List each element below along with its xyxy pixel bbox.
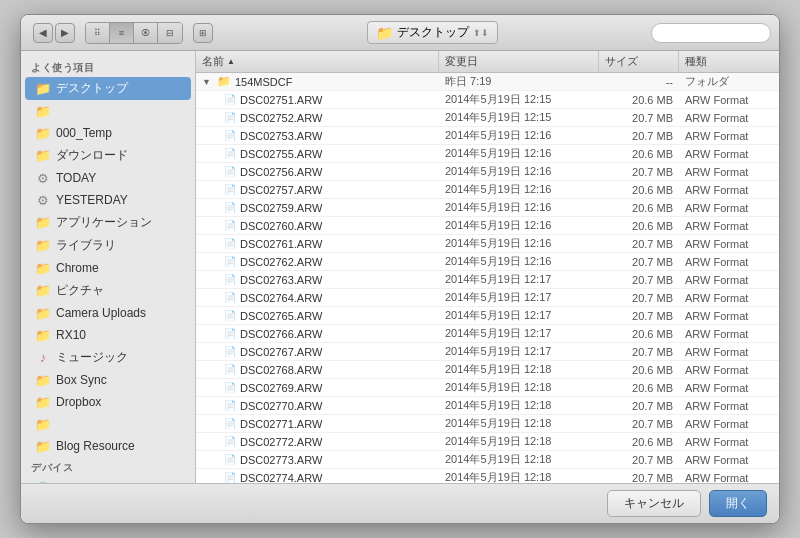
file-cell-size: 20.7 MB	[599, 292, 679, 304]
file-cell-size: 20.7 MB	[599, 346, 679, 358]
sidebar-item-000_temp[interactable]: 📁000_Temp	[25, 122, 191, 144]
forward-button[interactable]: ▶	[55, 23, 75, 43]
col-size[interactable]: サイズ	[599, 51, 679, 72]
sidebar: よく使う項目 📁デスクトップ📁📁000_Temp📁ダウンロード⚙TODAY⚙YE…	[21, 51, 196, 483]
file-cell-kind: ARW Format	[679, 328, 779, 340]
expand-icon: ▼	[202, 77, 211, 87]
back-button[interactable]: ◀	[33, 23, 53, 43]
sidebar-item-blog_resource[interactable]: 📁Blog Resource	[25, 435, 191, 457]
sidebar-item-rx10[interactable]: 📁RX10	[25, 324, 191, 346]
file-cell-size: 20.7 MB	[599, 238, 679, 250]
table-row[interactable]: 📄DSC02759.ARW 2014年5月19日 12:16 20.6 MB A…	[196, 199, 779, 217]
sidebar-item-today[interactable]: ⚙TODAY	[25, 167, 191, 189]
view-icon-button[interactable]: ⠿	[86, 23, 110, 43]
sidebar-item-label: Box Sync	[56, 373, 107, 387]
file-cell-kind: ARW Format	[679, 400, 779, 412]
file-cell-kind: ARW Format	[679, 130, 779, 142]
sidebar-item-chrome[interactable]: 📁Chrome	[25, 257, 191, 279]
location-dropdown[interactable]: 📁 デスクトップ ⬆⬇	[367, 21, 498, 44]
table-row[interactable]: 📄DSC02753.ARW 2014年5月19日 12:16 20.7 MB A…	[196, 127, 779, 145]
sidebar-item-box_sync[interactable]: 📁Box Sync	[25, 369, 191, 391]
table-row[interactable]: 📄DSC02752.ARW 2014年5月19日 12:15 20.7 MB A…	[196, 109, 779, 127]
sidebar-item-music[interactable]: ♪ミュージック	[25, 346, 191, 369]
col-date[interactable]: 変更日	[439, 51, 599, 72]
table-row[interactable]: 📄DSC02773.ARW 2014年5月19日 12:18 20.7 MB A…	[196, 451, 779, 469]
sidebar-item-dropbox[interactable]: 📁Dropbox	[25, 391, 191, 413]
view-column-button[interactable]: ⦿	[134, 23, 158, 43]
sidebar-item-label: YESTERDAY	[56, 193, 128, 207]
view-coverflow-button[interactable]: ⊟	[158, 23, 182, 43]
table-row[interactable]: 📄DSC02768.ARW 2014年5月19日 12:18 20.6 MB A…	[196, 361, 779, 379]
table-row[interactable]: 📄DSC02769.ARW 2014年5月19日 12:18 20.6 MB A…	[196, 379, 779, 397]
file-cell-name: 📄DSC02762.ARW	[196, 256, 439, 268]
table-row[interactable]: 📄DSC02760.ARW 2014年5月19日 12:16 20.6 MB A…	[196, 217, 779, 235]
file-cell-size: 20.7 MB	[599, 112, 679, 124]
sidebar-item-pictures[interactable]: 📁ピクチャ	[25, 279, 191, 302]
table-row[interactable]: 📄DSC02770.ARW 2014年5月19日 12:18 20.7 MB A…	[196, 397, 779, 415]
table-row[interactable]: 📄DSC02755.ARW 2014年5月19日 12:16 20.6 MB A…	[196, 145, 779, 163]
file-list-area: 名前 ▲ 変更日 サイズ 種類 ▼📁154MSDCF 昨日 7:19 -- フォ…	[196, 51, 779, 483]
file-cell-size: 20.7 MB	[599, 166, 679, 178]
gear-icon: ⚙	[35, 170, 51, 186]
file-cell-kind: ARW Format	[679, 436, 779, 448]
sidebar-item-library[interactable]: 📁ライブラリ	[25, 234, 191, 257]
sidebar-item-desktop[interactable]: 📁デスクトップ	[25, 77, 191, 100]
search-wrapper: 🔍	[651, 23, 771, 43]
col-kind[interactable]: 種類	[679, 51, 779, 72]
file-cell-name: 📄DSC02767.ARW	[196, 346, 439, 358]
file-icon: 📄	[224, 130, 236, 141]
file-cell-date: 2014年5月19日 12:17	[439, 272, 599, 287]
dropdown-arrow-icon: ⬆⬇	[473, 28, 489, 38]
title-area: 📁 デスクトップ ⬆⬇	[219, 21, 645, 44]
sidebar-item-label: TODAY	[56, 171, 96, 185]
file-cell-size: 20.6 MB	[599, 364, 679, 376]
file-cell-name: 📄DSC02757.ARW	[196, 184, 439, 196]
table-row[interactable]: 📄DSC02774.ARW 2014年5月19日 12:18 20.7 MB A…	[196, 469, 779, 483]
file-cell-date: 2014年5月19日 12:16	[439, 236, 599, 251]
cancel-button[interactable]: キャンセル	[607, 490, 701, 517]
view-list-button[interactable]: ≡	[110, 23, 134, 43]
file-cell-size: 20.7 MB	[599, 400, 679, 412]
file-name: DSC02755.ARW	[240, 148, 322, 160]
table-row[interactable]: 📄DSC02762.ARW 2014年5月19日 12:16 20.7 MB A…	[196, 253, 779, 271]
table-row[interactable]: 📄DSC02766.ARW 2014年5月19日 12:17 20.6 MB A…	[196, 325, 779, 343]
file-cell-date: 2014年5月19日 12:17	[439, 326, 599, 341]
table-row[interactable]: 📄DSC02756.ARW 2014年5月19日 12:16 20.7 MB A…	[196, 163, 779, 181]
file-icon: 📄	[224, 202, 236, 213]
sidebar-item-yesterday[interactable]: ⚙YESTERDAY	[25, 189, 191, 211]
file-name: DSC02752.ARW	[240, 112, 322, 124]
favorites-header: よく使う項目	[21, 57, 195, 77]
file-name: DSC02756.ARW	[240, 166, 322, 178]
table-row[interactable]: 📄DSC02761.ARW 2014年5月19日 12:16 20.7 MB A…	[196, 235, 779, 253]
folder-icon: 📁	[35, 372, 51, 388]
file-cell-date: 2014年5月19日 12:18	[439, 398, 599, 413]
table-row[interactable]: 📄DSC02771.ARW 2014年5月19日 12:18 20.7 MB A…	[196, 415, 779, 433]
open-button[interactable]: 開く	[709, 490, 767, 517]
file-cell-kind: ARW Format	[679, 112, 779, 124]
sidebar-item-applications[interactable]: 📁アプリケーション	[25, 211, 191, 234]
table-row[interactable]: ▼📁154MSDCF 昨日 7:19 -- フォルダ	[196, 73, 779, 91]
arrange-button[interactable]: ⊞	[193, 23, 213, 43]
table-row[interactable]: 📄DSC02765.ARW 2014年5月19日 12:17 20.7 MB A…	[196, 307, 779, 325]
file-cell-kind: ARW Format	[679, 364, 779, 376]
sidebar-item-unnamed2[interactable]: 📁	[25, 413, 191, 435]
table-row[interactable]: 📄DSC02757.ARW 2014年5月19日 12:16 20.6 MB A…	[196, 181, 779, 199]
table-row[interactable]: 📄DSC02751.ARW 2014年5月19日 12:15 20.6 MB A…	[196, 91, 779, 109]
file-cell-name: 📄DSC02764.ARW	[196, 292, 439, 304]
search-input[interactable]	[651, 23, 771, 43]
sidebar-item-label: Dropbox	[56, 395, 101, 409]
file-cell-name: 📄DSC02753.ARW	[196, 130, 439, 142]
sidebar-item-unnamed1[interactable]: 📁	[25, 100, 191, 122]
table-row[interactable]: 📄DSC02763.ARW 2014年5月19日 12:17 20.7 MB A…	[196, 271, 779, 289]
file-cell-kind: ARW Format	[679, 346, 779, 358]
table-row[interactable]: 📄DSC02764.ARW 2014年5月19日 12:17 20.7 MB A…	[196, 289, 779, 307]
sidebar-item-downloads[interactable]: 📁ダウンロード	[25, 144, 191, 167]
col-name[interactable]: 名前 ▲	[196, 51, 439, 72]
file-cell-date: 2014年5月19日 12:17	[439, 290, 599, 305]
nav-arrows: ◀ ▶	[33, 23, 75, 43]
sidebar-item-camera_uploads[interactable]: 📁Camera Uploads	[25, 302, 191, 324]
table-row[interactable]: 📄DSC02772.ARW 2014年5月19日 12:18 20.6 MB A…	[196, 433, 779, 451]
file-cell-date: 昨日 7:19	[439, 74, 599, 89]
table-row[interactable]: 📄DSC02767.ARW 2014年5月19日 12:17 20.7 MB A…	[196, 343, 779, 361]
file-cell-name: 📄DSC02770.ARW	[196, 400, 439, 412]
